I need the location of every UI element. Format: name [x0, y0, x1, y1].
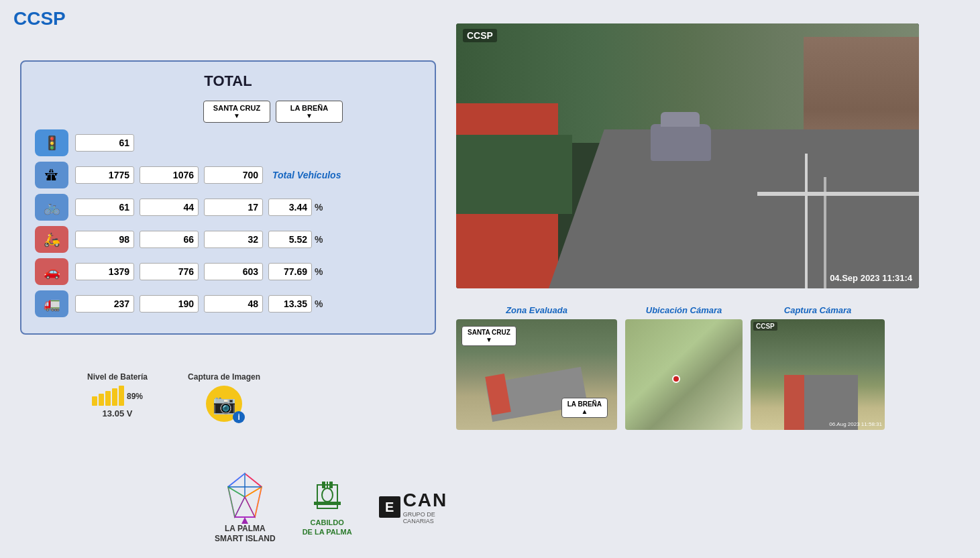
captura-title: Captura Cámara: [751, 305, 885, 315]
zona-panel: SANTA CRUZ ▼ LA BREÑA ▲: [456, 319, 617, 430]
col2-value-4: 32: [204, 231, 263, 248]
truck-icon: 🚛: [35, 290, 68, 317]
lapalma-logo: LA PALMA SMART ISLAND: [215, 470, 276, 545]
table-row: 🚲 61 44 17 3.44 %: [35, 194, 421, 221]
battery-percent: 89%: [127, 392, 143, 401]
total-value-1: 61: [75, 134, 134, 152]
camera-label: Captura de Imagen: [188, 372, 260, 382]
header: CCSP: [13, 8, 66, 30]
cabildo-logo: CABILDO DE LA PALMA: [303, 478, 352, 537]
svg-rect-10: [329, 482, 333, 488]
cabildo-icon: [311, 478, 344, 515]
moto-icon: 🛵: [35, 226, 68, 253]
col2-value-5: 603: [204, 263, 263, 280]
svg-marker-7: [241, 517, 248, 524]
col1-value-2: 1076: [140, 166, 199, 184]
app-title: CCSP: [13, 8, 66, 29]
ubicacion-dot: [672, 375, 680, 383]
table-row: 🛣 1775 1076 700 Total Vehículos: [35, 162, 421, 188]
scene-car: [651, 124, 711, 161]
ubicacion-bg: [625, 319, 743, 430]
lapalma-text: LA PALMA SMART ISLAND: [215, 524, 276, 545]
zona-santa-cruz-btn[interactable]: SANTA CRUZ ▼: [461, 326, 516, 346]
bottom-left-section: Nivel de Batería 89% 13.05 V Captura de …: [87, 372, 260, 422]
main-camera-view: CCSP 04.Sep 2023 11:31:4: [456, 23, 919, 288]
zona-evaluada-section: Zona Evaluada SANTA CRUZ ▼ LA BREÑA ▲: [456, 305, 617, 430]
zona-la-brena-btn[interactable]: LA BREÑA ▲: [561, 398, 608, 418]
captura-ccsp-label: CCSP: [753, 322, 777, 331]
total-value-6: 237: [75, 295, 134, 313]
percent-4: 5.52: [268, 231, 312, 248]
ecan-e-box: E: [379, 496, 400, 518]
captura-sidewalk: [784, 375, 804, 431]
bike-icon: 🚲: [35, 194, 68, 221]
svg-marker-5: [235, 497, 255, 517]
table-row: 🚗 1379 776 603 77.69 %: [35, 258, 421, 285]
road-line-1: [805, 154, 808, 288]
total-value-2: 1775: [75, 166, 134, 184]
table-row: 🚦 61: [35, 129, 421, 156]
scene-hedge: [456, 135, 572, 215]
intersection-icon: 🚦: [35, 129, 68, 156]
battery-voltage: 13.05 V: [87, 408, 148, 418]
ecan-subtitle: GRUPO DECANARIAS: [403, 511, 448, 526]
percent-5: 77.69: [268, 263, 312, 280]
total-value-3: 61: [75, 199, 134, 216]
total-value-5: 1379: [75, 263, 134, 280]
col1-value-5: 776: [140, 263, 199, 280]
table-row: 🛵 98 66 32 5.52 %: [35, 226, 421, 253]
santa-cruz-dropdown[interactable]: SANTA CRUZ ▼: [203, 101, 270, 123]
col-headers: SANTA CRUZ ▼ LA BREÑA ▼: [35, 101, 421, 123]
camera-scene: CCSP 04.Sep 2023 11:31:4: [456, 23, 919, 288]
battery-section: Nivel de Batería 89% 13.05 V: [87, 372, 148, 418]
scene-road: [549, 129, 919, 288]
captura-timestamp: 06.Aug 2023 11:58:31: [829, 421, 882, 427]
cabildo-text: CABILDO DE LA PALMA: [303, 518, 352, 537]
col2-value-3: 17: [204, 199, 263, 216]
percent-3: 3.44: [268, 199, 312, 216]
lapalma-diamond-icon: [218, 470, 272, 524]
percent-6: 13.35: [268, 295, 312, 313]
camera-capture-section: Captura de Imagen 📷 i: [188, 372, 260, 422]
captura-panel: CCSP 06.Aug 2023 11:58:31: [751, 319, 885, 430]
info-badge: i: [233, 411, 245, 423]
table-row: 🚛 237 190 48 13.35 %: [35, 290, 421, 317]
stats-title: TOTAL: [35, 72, 421, 90]
svg-rect-9: [322, 482, 325, 488]
svg-point-12: [322, 488, 333, 502]
svg-marker-1: [245, 473, 262, 497]
road-icon: 🛣: [35, 162, 68, 188]
total-value-4: 98: [75, 231, 134, 248]
battery-label: Nivel de Batería: [87, 372, 148, 382]
captura-section: Captura Cámara CCSP 06.Aug 2023 11:58:31: [751, 305, 885, 430]
total-vehicles-label: Total Vehículos: [272, 170, 341, 180]
svg-marker-2: [228, 473, 245, 497]
col2-value-2: 700: [204, 166, 263, 184]
bottom-panels: Zona Evaluada SANTA CRUZ ▼ LA BREÑA ▲ Ub…: [456, 305, 885, 430]
col1-value-4: 66: [140, 231, 199, 248]
ubicacion-panel: [625, 319, 743, 430]
car-icon: 🚗: [35, 258, 68, 285]
col2-value-6: 48: [204, 295, 263, 313]
camera-icon-wrap[interactable]: 📷 i: [206, 386, 242, 422]
scene-guardrail: [757, 192, 920, 196]
ubicacion-title: Ubicación Cámara: [625, 305, 743, 315]
la-brena-dropdown[interactable]: LA BREÑA ▼: [276, 101, 343, 123]
stats-panel: TOTAL SANTA CRUZ ▼ LA BREÑA ▼ 🚦 61 🛣 177…: [20, 60, 436, 335]
car-top: [661, 112, 700, 127]
col1-value-6: 190: [140, 295, 199, 313]
camera-timestamp: 04.Sep 2023 11:31:4: [830, 273, 912, 283]
zona-title: Zona Evaluada: [456, 305, 617, 315]
ubicacion-section: Ubicación Cámara: [625, 305, 743, 430]
ecan-logo: E CAN GRUPO DECANARIAS: [379, 490, 448, 526]
camera-overlay-label: CCSP: [463, 29, 497, 42]
col1-value-3: 44: [140, 199, 199, 216]
logos-section: LA PALMA SMART ISLAND CABILDO DE LA PALM…: [215, 470, 447, 545]
ecan-text: CAN: [403, 490, 448, 510]
battery-bars: [92, 386, 124, 406]
